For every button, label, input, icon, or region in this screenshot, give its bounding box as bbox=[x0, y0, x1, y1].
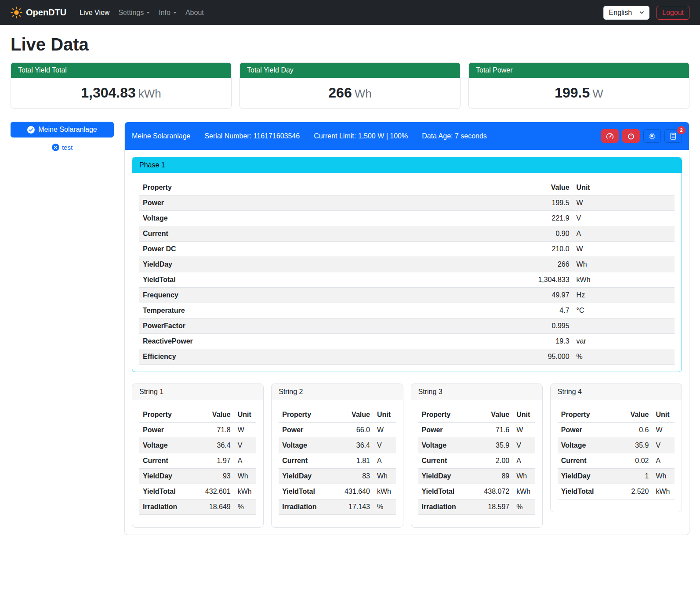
table-row: YieldDay266Wh bbox=[139, 257, 675, 272]
check-circle-icon bbox=[27, 126, 35, 134]
power-control-button[interactable] bbox=[622, 129, 640, 143]
unit-cell: % bbox=[513, 499, 535, 515]
value-cell: 18.597 bbox=[471, 499, 513, 515]
summary-unit: Wh bbox=[355, 87, 372, 100]
table-row: Power199.5W bbox=[139, 195, 675, 211]
value-cell: 71.8 bbox=[192, 423, 234, 438]
value-cell: 0.6 bbox=[615, 423, 652, 438]
summary-card-title: Total Yield Total bbox=[11, 63, 231, 78]
string-card-header: String 1 bbox=[132, 384, 263, 400]
nav-item-label: Live View bbox=[80, 9, 109, 17]
property-cell: YieldTotal bbox=[139, 272, 399, 288]
value-cell: 66.0 bbox=[332, 423, 374, 438]
property-cell: Current bbox=[558, 453, 616, 469]
column-header-property: Property bbox=[279, 407, 332, 423]
property-cell: YieldTotal bbox=[558, 484, 616, 499]
nav-item-settings[interactable]: Settings bbox=[114, 5, 154, 20]
column-header-property: Property bbox=[418, 407, 472, 423]
journal-icon bbox=[669, 132, 677, 140]
value-cell: 438.072 bbox=[471, 484, 513, 499]
unit-cell: Wh bbox=[374, 469, 396, 484]
value-cell: 19.3 bbox=[399, 334, 573, 349]
property-cell: Irradiation bbox=[139, 499, 192, 515]
unit-cell: A bbox=[652, 453, 675, 469]
event-log-button[interactable]: 2 bbox=[664, 129, 682, 143]
value-cell: 1.81 bbox=[332, 453, 374, 469]
inverter-select-label: Meine Solaranlage bbox=[38, 126, 97, 134]
device-info-button[interactable] bbox=[643, 129, 661, 143]
table-row: Current0.90A bbox=[139, 226, 675, 242]
inverter-item-test[interactable]: test bbox=[11, 144, 114, 151]
table-row: Power71.6W bbox=[418, 423, 535, 438]
table-row: YieldDay89Wh bbox=[418, 469, 535, 484]
unit-cell bbox=[573, 318, 675, 334]
inverter-select-button[interactable]: Meine Solaranlage bbox=[11, 122, 114, 137]
property-cell: Voltage bbox=[279, 438, 332, 453]
table-header-row: PropertyValueUnit bbox=[558, 407, 675, 423]
unit-cell: kWh bbox=[513, 484, 535, 499]
nav-links: Live View Settings Info About bbox=[75, 5, 603, 20]
property-cell: Power bbox=[558, 423, 616, 438]
unit-cell: A bbox=[234, 453, 257, 469]
unit-cell: W bbox=[513, 423, 535, 438]
speedometer-icon bbox=[606, 132, 614, 140]
value-cell: 36.4 bbox=[332, 438, 374, 453]
property-cell: PowerFactor bbox=[139, 318, 399, 334]
phase-card-body: Property Value Unit Power199.5WVoltage22… bbox=[132, 173, 682, 372]
property-cell: Irradiation bbox=[418, 499, 472, 515]
property-cell: YieldDay bbox=[418, 469, 472, 484]
table-row: Irradiation18.649% bbox=[139, 499, 256, 515]
value-cell: 431.640 bbox=[332, 484, 374, 499]
inverter-item-label: test bbox=[62, 144, 73, 151]
page-title: Live Data bbox=[11, 35, 689, 54]
summary-unit: W bbox=[592, 87, 603, 100]
nav-item-about[interactable]: About bbox=[181, 5, 208, 20]
column-header-value: Value bbox=[615, 407, 652, 423]
summary-card-total-yield-day: Total Yield Day 266Wh bbox=[239, 62, 461, 109]
table-row: Voltage36.4V bbox=[279, 438, 395, 453]
column-header-unit: Unit bbox=[652, 407, 675, 423]
nav-item-info[interactable]: Info bbox=[154, 5, 181, 20]
phase-table: Property Value Unit Power199.5WVoltage22… bbox=[139, 180, 675, 365]
property-cell: Power bbox=[279, 423, 332, 438]
brand-link[interactable]: OpenDTU bbox=[11, 7, 66, 18]
table-row: Temperature4.7°C bbox=[139, 303, 675, 318]
strings-row: String 1PropertyValueUnitPower71.8WVolta… bbox=[132, 384, 682, 528]
string-card-header: String 3 bbox=[411, 384, 542, 400]
limit-settings-button[interactable] bbox=[601, 129, 619, 143]
property-cell: YieldDay bbox=[558, 469, 616, 484]
column-header-value: Value bbox=[332, 407, 374, 423]
summary-unit: kWh bbox=[138, 87, 161, 100]
value-cell: 35.9 bbox=[615, 438, 652, 453]
chevron-down-icon bbox=[173, 12, 177, 14]
logout-button[interactable]: Logout bbox=[656, 6, 689, 20]
property-cell: YieldDay bbox=[279, 469, 332, 484]
unit-cell: V bbox=[573, 211, 675, 226]
value-cell: 95.000 bbox=[399, 349, 573, 365]
value-cell: 0.90 bbox=[399, 226, 573, 242]
property-cell: Current bbox=[418, 453, 472, 469]
inverter-sidebar: Meine Solaranlage test bbox=[11, 122, 114, 151]
unit-cell: A bbox=[513, 453, 535, 469]
x-circle-icon bbox=[52, 144, 59, 151]
language-select[interactable]: English bbox=[603, 6, 649, 20]
table-row: PowerFactor0.995 bbox=[139, 318, 675, 334]
unit-cell: % bbox=[374, 499, 396, 515]
nav-item-label: About bbox=[185, 9, 204, 17]
nav-item-live-view[interactable]: Live View bbox=[75, 5, 114, 20]
string-table: PropertyValueUnitPower71.8WVoltage36.4VC… bbox=[139, 407, 256, 515]
unit-cell: W bbox=[573, 195, 675, 211]
unit-cell: Hz bbox=[573, 288, 675, 303]
unit-cell: kWh bbox=[234, 484, 257, 499]
summary-card-total-power: Total Power 199.5W bbox=[468, 62, 689, 109]
column-header-property: Property bbox=[139, 180, 399, 195]
sun-icon bbox=[11, 7, 22, 18]
column-header-value: Value bbox=[399, 180, 573, 195]
string-table: PropertyValueUnitPower71.6WVoltage35.9VC… bbox=[418, 407, 535, 515]
property-cell: Current bbox=[279, 453, 332, 469]
property-cell: Power bbox=[139, 423, 192, 438]
table-row: Power71.8W bbox=[139, 423, 256, 438]
table-header-row: PropertyValueUnit bbox=[279, 407, 395, 423]
value-cell: 1 bbox=[615, 469, 652, 484]
string-card-body: PropertyValueUnitPower66.0WVoltage36.4VC… bbox=[272, 400, 403, 527]
